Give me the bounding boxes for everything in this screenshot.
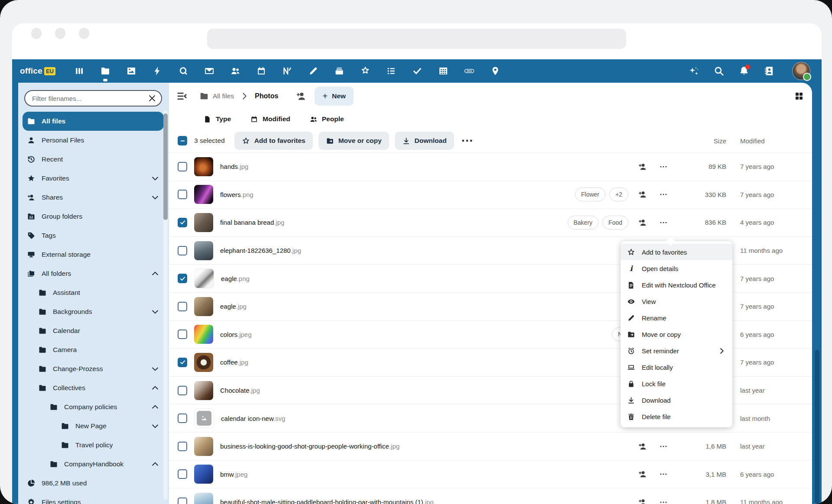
sidebar-item-group-folders[interactable]: Group folders [23, 207, 164, 226]
file-row[interactable]: final banana bread.jpgBakeryFood836 KB4 … [169, 209, 812, 237]
address-bar[interactable] [207, 29, 626, 49]
file-name[interactable]: beautiful-shot-male-sitting-paddleboard-… [220, 498, 638, 504]
file-name[interactable]: calendar icon-new.svg [221, 415, 638, 422]
file-checkbox[interactable] [178, 358, 187, 367]
app-photos[interactable] [126, 65, 137, 77]
menu-item-open-details[interactable]: iOpen details [621, 260, 732, 277]
move-or-copy-button[interactable]: Move or copy [318, 132, 389, 150]
share-icon[interactable] [638, 218, 647, 227]
file-row[interactable]: beautiful-shot-male-sitting-paddleboard-… [169, 488, 812, 504]
app-contacts[interactable] [230, 65, 241, 77]
tag-pill[interactable]: Flower [575, 187, 605, 201]
column-header-modified[interactable]: Modified [740, 137, 805, 145]
file-name[interactable]: eagle.png [221, 275, 638, 282]
sidebar-item-external-storage[interactable]: External storage [23, 245, 164, 264]
share-icon[interactable] [638, 469, 647, 479]
chevron-down-icon[interactable] [151, 193, 159, 202]
menu-item-rename[interactable]: Rename [621, 310, 732, 326]
notifications-button[interactable] [738, 65, 750, 77]
sidebar-item-recent[interactable]: Recent [23, 150, 164, 169]
file-more-icon[interactable] [659, 442, 668, 451]
file-checkbox[interactable] [178, 386, 187, 395]
app-tables[interactable] [438, 65, 449, 77]
app-dashboard[interactable] [74, 65, 85, 77]
file-checkbox[interactable] [178, 414, 187, 423]
sidebar-item-company-policies[interactable]: Company policies [23, 397, 164, 417]
window-close-button[interactable] [31, 28, 42, 39]
file-checkbox[interactable] [178, 442, 187, 451]
file-row[interactable]: flowers.pngFlower+2330 KB7 years ago [169, 181, 812, 209]
chevron-down-icon[interactable] [151, 422, 159, 430]
select-all-checkbox[interactable] [178, 136, 187, 145]
file-name[interactable]: hands.jpg [220, 163, 638, 170]
chevron-up-icon[interactable] [151, 460, 159, 468]
file-name[interactable]: Chocolate.jpg [220, 387, 638, 394]
sidebar-item-change-prozess[interactable]: Change-Prozess [23, 359, 164, 378]
chevron-down-icon[interactable] [151, 174, 159, 183]
share-icon[interactable] [638, 190, 647, 199]
file-name[interactable]: business-is-looking-good-shot-group-peop… [220, 443, 638, 450]
app-assistant[interactable] [178, 65, 189, 77]
menu-item-view[interactable]: View [621, 293, 732, 310]
download-button[interactable]: Download [395, 132, 454, 150]
file-name[interactable]: eagle.jpg [220, 303, 638, 310]
sidebar-item-backgrounds[interactable]: Backgrounds [23, 302, 164, 321]
file-more-icon[interactable] [659, 469, 668, 479]
app-calendar[interactable] [256, 65, 267, 77]
sidebar-item-calendar[interactable]: Calendar [23, 321, 164, 340]
chevron-down-icon[interactable] [151, 365, 159, 373]
file-name[interactable]: bmw.jpeg [220, 471, 638, 478]
user-avatar[interactable] [792, 62, 810, 80]
menu-item-edit-with-nextcloud-office[interactable]: Edit with Nextcloud Office [621, 277, 732, 293]
sidebar-item-collectives[interactable]: Collectives [23, 378, 164, 397]
ai-assistant-button[interactable] [688, 65, 699, 77]
menu-item-download[interactable]: Download [621, 392, 732, 408]
file-name[interactable]: elephant-1822636_1280.jpg [220, 247, 638, 254]
share-folder-icon[interactable] [296, 90, 307, 102]
grid-view-toggle-icon[interactable] [794, 91, 804, 101]
main-scrollbar-thumb[interactable] [815, 350, 819, 504]
app-mail[interactable] [204, 65, 215, 77]
file-checkbox[interactable] [178, 162, 187, 171]
menu-item-delete-file[interactable]: Delete file [621, 408, 732, 425]
chevron-up-icon[interactable] [151, 384, 159, 392]
window-maximize-button[interactable] [79, 28, 89, 39]
file-checkbox[interactable] [178, 302, 187, 311]
menu-item-lock-file[interactable]: Lock file [621, 375, 732, 392]
app-lists[interactable] [386, 65, 397, 77]
file-checkbox[interactable] [178, 498, 187, 504]
file-checkbox[interactable] [178, 190, 187, 199]
share-icon[interactable] [638, 162, 647, 171]
sidebar-item-travel-policy[interactable]: Travel policy [23, 436, 164, 455]
add-to-favorites-button[interactable]: Add to favorites [234, 132, 313, 150]
app-ocs[interactable]: OCS [464, 65, 475, 77]
file-checkbox[interactable] [178, 274, 187, 283]
search-button[interactable] [713, 65, 725, 77]
filter-chip-modified[interactable]: Modified [250, 115, 290, 123]
sidebar-item-shares[interactable]: Shares [23, 188, 164, 207]
contacts-menu-button[interactable] [764, 65, 775, 77]
file-checkbox[interactable] [178, 218, 187, 227]
menu-item-move-or-copy[interactable]: Move or copy [621, 326, 732, 342]
file-more-icon[interactable] [659, 218, 668, 227]
file-row[interactable]: business-is-looking-good-shot-group-peop… [169, 433, 812, 461]
sidebar-item-personal-files[interactable]: Personal Files [23, 131, 164, 150]
sidebar-item-all-files[interactable]: All files [23, 112, 164, 131]
share-icon[interactable] [638, 498, 647, 504]
collapse-sidebar-icon[interactable] [176, 90, 188, 102]
filter-chip-type[interactable]: Type [203, 115, 231, 123]
file-checkbox[interactable] [178, 469, 187, 479]
window-minimize-button[interactable] [55, 28, 65, 39]
files-settings-button[interactable]: Files settings [23, 493, 164, 504]
file-checkbox[interactable] [178, 246, 187, 255]
tag-pill[interactable]: +2 [609, 187, 628, 201]
selection-more-icon[interactable] [460, 133, 474, 148]
app-maps[interactable] [490, 65, 501, 77]
filter-chip-people[interactable]: People [309, 115, 344, 123]
file-name[interactable]: flowers.png [220, 191, 575, 198]
sidebar-item-all-folders[interactable]: All folders [23, 264, 164, 283]
file-more-icon[interactable] [659, 190, 668, 199]
app-recommendations[interactable] [360, 65, 371, 77]
sidebar-item-companyhandbook[interactable]: CompanyHandbook [23, 455, 164, 474]
app-activity[interactable] [152, 65, 163, 77]
